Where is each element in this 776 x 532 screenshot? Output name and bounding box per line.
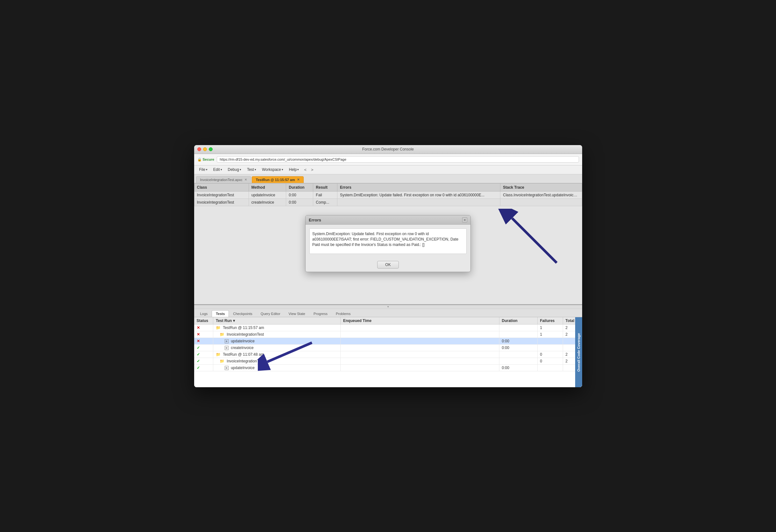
status-cell: ✓: [194, 358, 213, 364]
title-bar: Force.com Developer Console: [194, 145, 582, 154]
tab-testrun[interactable]: TestRun @ 11:15:57 am ✕: [252, 176, 304, 183]
tab-query-editor[interactable]: Query Editor: [256, 310, 284, 317]
menu-workspace[interactable]: Workspace ▾: [259, 167, 286, 173]
tab-invoice-integration[interactable]: InvoiceIntegrationTest.apxc ✕: [196, 176, 251, 183]
secure-badge: 🔒 Secure: [197, 158, 214, 162]
chevron-down-icon: ▾: [255, 168, 256, 171]
label-cell: 📁 InvoiceIntegrationTest: [213, 358, 341, 364]
close-button[interactable]: [197, 147, 201, 151]
file-icon: ≡: [225, 346, 228, 350]
secure-label: Secure: [203, 158, 214, 161]
th-status: Status: [194, 317, 213, 324]
status-cell: ✓: [194, 351, 213, 358]
enqueued-cell: [341, 351, 500, 358]
modal-error-text: System.DmlException: Update failed. Firs…: [310, 229, 466, 254]
enqueued-cell: [341, 344, 500, 351]
duration-cell: 0:00: [499, 364, 537, 371]
nav-back-button[interactable]: <: [302, 167, 309, 173]
modal-title-bar: Errors ✕: [306, 215, 470, 225]
lock-icon: 🔒: [197, 158, 202, 162]
bottom-panel: ▾ Logs Tests Checkpoints Query Editor Vi…: [194, 304, 582, 387]
menu-help[interactable]: Help ▾: [286, 167, 302, 173]
tab-close-icon[interactable]: ✕: [244, 178, 247, 181]
menu-file[interactable]: File ▾: [197, 167, 210, 173]
bottom-tab-bar: Logs Tests Checkpoints Query Editor View…: [194, 309, 582, 317]
menu-debug[interactable]: Debug ▾: [225, 167, 244, 173]
modal-title: Errors: [309, 218, 321, 222]
tab-bar: InvoiceIntegrationTest.apxc ✕ TestRun @ …: [194, 174, 582, 183]
coverage-sidebar[interactable]: Overall Code Coverage: [575, 317, 582, 387]
test-row[interactable]: ✕ 📁 TestRun @ 11:15:57 am 1 2: [194, 324, 582, 331]
tab-tests[interactable]: Tests: [212, 310, 229, 317]
top-panel: Class Method Duration Result Errors Stac…: [194, 183, 582, 304]
file-icon: ≡: [225, 339, 228, 343]
address-bar: 🔒 Secure https://rm-df15-dev-ed.my.sales…: [194, 154, 582, 166]
test-row[interactable]: ✓ ≡ updateInvoice 0:00: [194, 364, 582, 371]
label-cell: ≡ updateInvoice: [213, 338, 341, 344]
window-title: Force.com Developer Console: [362, 147, 414, 152]
th-failures: Failures: [537, 317, 563, 324]
test-row[interactable]: ✕ 📁 InvoiceIntegrationTest 1 2: [194, 331, 582, 338]
enqueued-cell: [341, 331, 500, 338]
chevron-down-icon: ▾: [206, 168, 208, 171]
test-row[interactable]: ✓ ≡ createInvoice 0:00: [194, 344, 582, 351]
chevron-down-icon: ▾: [240, 168, 241, 171]
modal-footer: OK: [306, 258, 470, 272]
label-cell: ≡ createInvoice: [213, 344, 341, 351]
menu-edit[interactable]: Edit ▾: [211, 167, 225, 173]
failures-cell: [537, 338, 563, 344]
enqueued-cell: [341, 364, 500, 371]
enqueued-cell: [341, 324, 500, 331]
chevron-down-icon: ▾: [297, 168, 299, 171]
folder-icon: 📁: [216, 325, 221, 330]
failures-cell: 1: [537, 331, 563, 338]
app-window: Force.com Developer Console 🔒 Secure htt…: [194, 145, 582, 387]
tab-problems[interactable]: Problems: [332, 310, 355, 317]
url-input[interactable]: https://rm-df15-dev-ed.my.salesforce.com…: [217, 156, 579, 163]
status-cell: ✓: [194, 364, 213, 371]
failures-cell: 1: [537, 324, 563, 331]
tab-logs[interactable]: Logs: [196, 310, 212, 317]
modal-close-button[interactable]: ✕: [462, 217, 467, 222]
th-test-run: Test Run ▾: [213, 317, 341, 324]
failures-cell: [537, 364, 563, 371]
menu-test[interactable]: Test ▾: [244, 167, 259, 173]
duration-cell: [499, 324, 537, 331]
chevron-down-icon: ▾: [282, 168, 283, 171]
ok-button[interactable]: OK: [377, 261, 398, 269]
minimize-button[interactable]: [203, 147, 207, 151]
failures-cell: 0: [537, 358, 563, 364]
modal-body: System.DmlException: Update failed. Firs…: [306, 225, 470, 258]
status-cell: ✓: [194, 344, 213, 351]
duration-cell: [499, 358, 537, 364]
label-cell: 📁 TestRun @ 11:15:57 am: [213, 324, 341, 331]
tab-close-icon[interactable]: ✕: [297, 178, 300, 181]
status-cell: ✕: [194, 324, 213, 331]
test-row[interactable]: ✕ ≡ updateInvoice 0:00: [194, 338, 582, 344]
tab-checkpoints[interactable]: Checkpoints: [229, 310, 256, 317]
traffic-lights: [197, 147, 213, 151]
duration-cell: [499, 351, 537, 358]
maximize-button[interactable]: [209, 147, 213, 151]
failures-cell: 0: [537, 351, 563, 358]
tab-progress[interactable]: Progress: [310, 310, 332, 317]
nav-forward-button[interactable]: >: [309, 167, 316, 173]
th-duration: Duration: [499, 317, 537, 324]
status-cell: ✕: [194, 331, 213, 338]
panel-collapse-button[interactable]: ▾: [194, 305, 582, 309]
errors-modal: Errors ✕ System.DmlException: Update fai…: [305, 215, 471, 272]
label-cell: 📁 TestRun @ 11:07:48 am: [213, 351, 341, 358]
tests-table: Status Test Run ▾ Enqueued Time Duration…: [194, 317, 582, 371]
test-row[interactable]: ✓ 📁 TestRun @ 11:07:48 am 0 2: [194, 351, 582, 358]
duration-cell: [499, 331, 537, 338]
tab-view-state[interactable]: View State: [284, 310, 310, 317]
duration-cell: 0:00: [499, 338, 537, 344]
failures-cell: [537, 344, 563, 351]
menu-bar: File ▾ Edit ▾ Debug ▾ Test ▾ Workspace ▾…: [194, 166, 582, 174]
status-cell: ✕: [194, 338, 213, 344]
enqueued-cell: [341, 338, 500, 344]
label-cell: 📁 InvoiceIntegrationTest: [213, 331, 341, 338]
duration-cell: 0:00: [499, 344, 537, 351]
test-row[interactable]: ✓ 📁 InvoiceIntegrationTest 0 2: [194, 358, 582, 364]
th-enqueued: Enqueued Time: [341, 317, 500, 324]
